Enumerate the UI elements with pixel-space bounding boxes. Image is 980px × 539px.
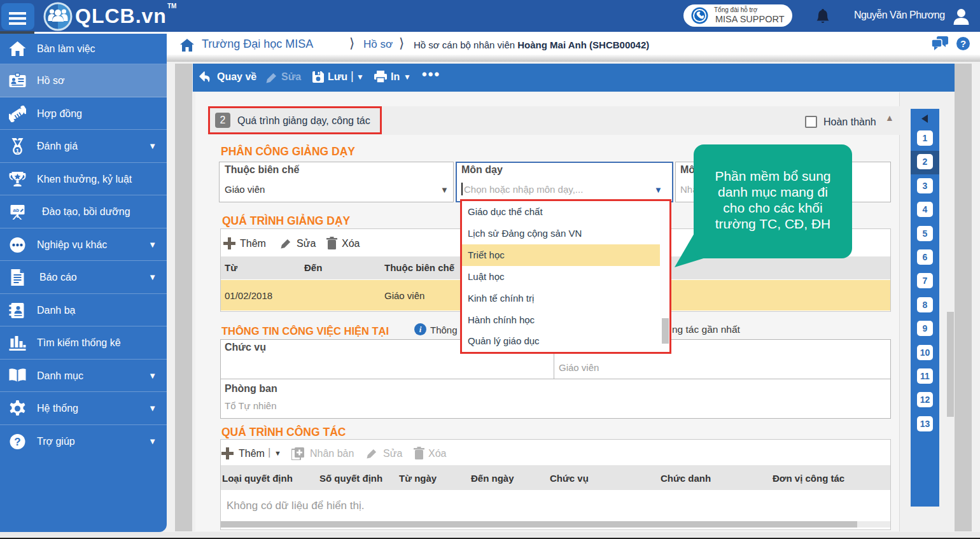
svg-text:ab: ab xyxy=(13,207,19,213)
svg-text:1: 1 xyxy=(16,147,20,154)
svg-text:?: ? xyxy=(14,436,20,448)
